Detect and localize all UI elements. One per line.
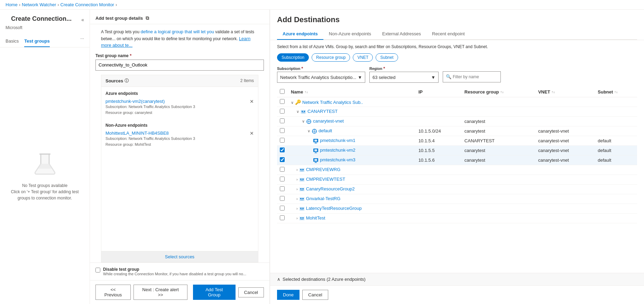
test-group-name-input[interactable] <box>95 60 264 71</box>
non-azure-endpoint-name[interactable]: MohittestLA_MININT-HB4SBE8 <box>105 131 195 136</box>
row-checkbox[interactable] <box>280 196 285 201</box>
row-checkbox[interactable] <box>280 147 285 152</box>
vm-icon <box>313 148 319 153</box>
sources-info-icon[interactable]: ⓘ <box>125 78 129 84</box>
row-name[interactable]: LatencyTestResourceGroup <box>306 206 362 211</box>
row-checkbox[interactable] <box>280 186 285 191</box>
table-row[interactable]: ∨🔑Network Traffic Analytics Sub.. <box>277 97 637 107</box>
right-cancel-button[interactable]: Cancel <box>302 290 328 300</box>
row-name[interactable]: Network Traffic Analytics Sub.. <box>302 100 363 105</box>
table-row[interactable]: ›LatencyTestResourceGroup <box>277 204 637 214</box>
row-checkbox[interactable] <box>280 118 285 123</box>
table-row[interactable]: ›CanaryResourceGroup2 <box>277 185 637 194</box>
tab-external-addresses[interactable]: External Addresses <box>377 28 426 40</box>
table-row[interactable]: ›CMPREVIEWTEST <box>277 175 637 185</box>
table-row[interactable]: pmtestchunk-vm310.1.5.6canarytestcanaryt… <box>277 155 637 165</box>
expand-toggle[interactable]: › <box>296 216 298 220</box>
svg-rect-28 <box>300 171 304 171</box>
row-name[interactable]: MohitTest <box>306 215 325 221</box>
table-row[interactable]: ›MohitTest <box>277 214 637 223</box>
table-row[interactable]: ∨default10.1.5.0/24canarytestcanarytest-… <box>277 126 637 136</box>
row-checkbox[interactable] <box>280 157 285 162</box>
pill-subscription[interactable]: Subscription <box>277 53 309 62</box>
expand-toggle[interactable]: ∨ <box>302 119 305 123</box>
disable-group-checkbox[interactable] <box>95 268 100 272</box>
pill-resource-group[interactable]: Resource group <box>312 53 350 62</box>
table-row[interactable]: ›Gnvarkal-TestRG <box>277 194 637 204</box>
row-name[interactable]: CANARYTEST <box>307 109 338 114</box>
expand-toggle[interactable]: ∨ <box>307 129 310 133</box>
non-azure-endpoint-remove-button[interactable]: ✕ <box>250 131 254 136</box>
next-button[interactable]: Next : Create alert >> <box>134 285 187 300</box>
center-title-icon[interactable]: ⧉ <box>146 15 149 21</box>
sources-header: Sources ⓘ 2 Items <box>101 75 258 87</box>
sidebar-subtitle: Microsoft <box>0 25 90 36</box>
cancel-button[interactable]: Cancel <box>238 287 264 297</box>
row-name[interactable]: CMPREVIEWRG <box>306 167 341 172</box>
add-test-group-button[interactable]: Add Test Group <box>193 285 235 300</box>
sidebar-collapse-button[interactable]: « <box>81 17 84 23</box>
svg-rect-15 <box>315 143 316 143</box>
row-checkbox[interactable] <box>280 99 285 104</box>
name-column-header[interactable]: Name ↑↓ <box>288 87 416 97</box>
region-dropdown[interactable]: 63 selected ▼ <box>369 72 439 83</box>
vm-name[interactable]: pmetstchunk-vm1 <box>320 138 356 143</box>
previous-button[interactable]: << Previous <box>95 285 131 300</box>
expand-toggle[interactable]: › <box>296 177 298 181</box>
name-filter-input[interactable] <box>453 74 498 79</box>
done-button[interactable]: Done <box>277 290 300 300</box>
select-all-checkbox[interactable] <box>280 89 285 94</box>
vnet-sort-icon[interactable]: ↑↓ <box>552 90 555 94</box>
subnet-column-header[interactable]: Subnet ↑↓ <box>595 87 637 97</box>
rg-sort-icon[interactable]: ↑↓ <box>500 90 504 94</box>
resource-group-column-header[interactable]: Resource group ↑↓ <box>462 87 535 97</box>
expand-toggle[interactable]: › <box>296 206 298 211</box>
sidebar-item-test-groups[interactable]: Test groups <box>24 36 49 47</box>
vm-name[interactable]: pmtestchunk-vm3 <box>320 157 356 162</box>
vm-name[interactable]: pmtestchunk-vm2 <box>320 147 356 153</box>
row-checkbox[interactable] <box>280 138 285 143</box>
table-row[interactable]: ∨canarytest-vnetcanarytest <box>277 117 637 126</box>
name-sort-icon[interactable]: ↑↓ <box>304 90 308 94</box>
tab-non-azure-endpoints[interactable]: Non-Azure endpoints <box>323 28 377 40</box>
row-checkbox[interactable] <box>280 128 285 133</box>
row-name[interactable]: canarytest-vnet <box>313 118 344 124</box>
expand-toggle[interactable]: ∨ <box>291 100 294 105</box>
expand-toggle[interactable]: › <box>296 187 298 191</box>
row-name[interactable]: CMPREVIEWTEST <box>306 177 345 182</box>
row-name[interactable]: CanaryResourceGroup2 <box>306 186 355 191</box>
row-checkbox[interactable] <box>280 215 285 220</box>
azure-endpoint-name[interactable]: pmtestchunk-vm2(canarytest) <box>105 99 195 104</box>
breadcrumb-network-watcher[interactable]: Network Watcher <box>22 2 56 7</box>
pill-vnet[interactable]: VNET <box>353 53 373 62</box>
row-checkbox[interactable] <box>280 206 285 211</box>
table-row[interactable]: ∨CANARYTEST <box>277 107 637 117</box>
table-row[interactable]: ›CMPREVIEWRG <box>277 165 637 175</box>
table-row[interactable]: pmetstchunk-vm110.1.5.4CANARYTESTcanaryt… <box>277 136 637 146</box>
expand-toggle[interactable]: › <box>296 197 298 201</box>
vnet-column-header[interactable]: VNET ↑↓ <box>535 87 595 97</box>
row-checkbox[interactable] <box>280 109 285 114</box>
breadcrumb-home[interactable]: Home <box>6 2 18 7</box>
pill-subnet[interactable]: Subnet <box>376 53 398 62</box>
row-checkbox[interactable] <box>280 167 285 172</box>
selected-dest-chevron[interactable]: ∧ <box>277 277 280 282</box>
sidebar-more-button[interactable]: ··· <box>80 36 84 47</box>
row-name[interactable]: Gnvarkal-TestRG <box>306 196 341 201</box>
expand-toggle[interactable]: ∨ <box>296 109 299 114</box>
breadcrumb-create-connection-monitor[interactable]: Create Connection Monitor <box>61 2 114 7</box>
azure-endpoint-remove-button[interactable]: ✕ <box>250 99 254 104</box>
tab-azure-endpoints[interactable]: Azure endpoints <box>277 28 323 40</box>
row-name[interactable]: default <box>319 128 332 133</box>
sidebar-item-basics[interactable]: Basics <box>6 36 19 47</box>
learn-more-link[interactable]: Learn more about te... <box>101 36 250 48</box>
row-checkbox[interactable] <box>280 177 285 181</box>
row-subnet <box>595 97 637 107</box>
table-row[interactable]: pmtestchunk-vm210.1.5.5canarytestcanaryt… <box>277 146 637 155</box>
subscription-dropdown[interactable]: Network Traffic Analytics Subscriptio...… <box>277 72 365 83</box>
tab-recent-endpoint[interactable]: Recent endpoint <box>426 28 470 40</box>
expand-toggle[interactable]: › <box>296 168 298 172</box>
select-sources-button[interactable]: Select sources <box>101 251 258 262</box>
subnet-sort-icon[interactable]: ↑↓ <box>614 90 618 94</box>
svg-rect-6 <box>302 113 305 113</box>
